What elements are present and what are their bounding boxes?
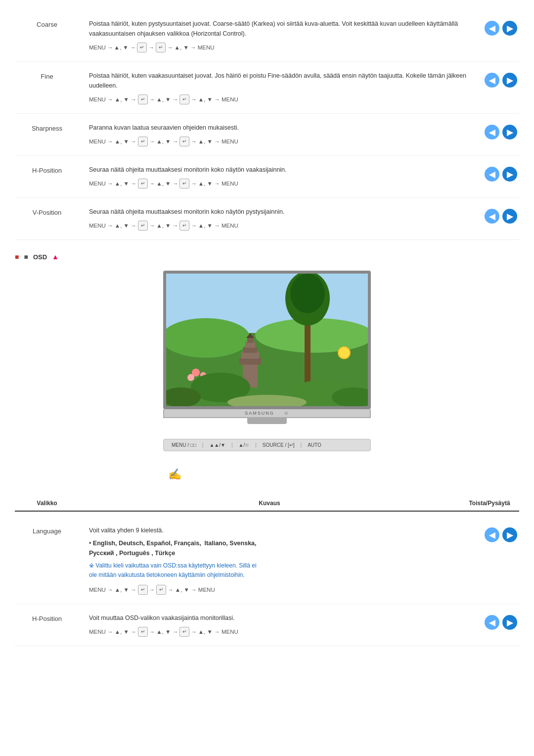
- monitor-stand: [247, 418, 287, 424]
- menu-path-vposition: MENU → ▲, ▼ → ↵ → ▲, ▼ → ↵ → ▲, ▼ → MENU: [89, 221, 475, 231]
- osd-label: OSD: [33, 253, 47, 261]
- next-btn-vposition[interactable]: ▶: [502, 209, 517, 224]
- prev-btn-fine[interactable]: ◀: [485, 73, 499, 88]
- desc-vposition: Seuraa näitä ohjeita muuttaaksesi monito…: [89, 207, 475, 217]
- setting-row-hposition: H-Position Seuraa näitä ohjeita muuttaak…: [15, 156, 519, 198]
- controls-coarse: ◀ ▶: [485, 19, 519, 36]
- next-btn-fine[interactable]: ▶: [502, 73, 517, 88]
- auto-control: AUTO: [308, 442, 321, 448]
- label-sharpness: Sharpness: [15, 123, 79, 132]
- control-bar-wrapper: MENU / □□ | ▲▲/▼ | ▲/☆ | SOURCE / [↵] | …: [15, 439, 519, 481]
- svg-rect-12: [247, 338, 253, 343]
- setting-row-coarse: Coarse Poistaa häiriöt, kuten pystysuunt…: [15, 10, 519, 62]
- osd-up-arrow[interactable]: ▲: [52, 253, 59, 261]
- bottom-section: Valikko Kuvaus Toista/Pysäytä Language V…: [15, 496, 519, 646]
- top-settings-section: Coarse Poistaa häiriöt, kuten pystysuunt…: [15, 10, 519, 240]
- controls-vposition: ◀ ▶: [485, 207, 519, 224]
- menu-path-hposition: MENU → ▲, ▼ → ↵ → ▲, ▼ → ↵ → ▲, ▼ → MENU: [89, 179, 475, 189]
- next-btn-coarse[interactable]: ▶: [502, 21, 517, 36]
- label-fine: Fine: [15, 71, 79, 80]
- osd-navigation: ■ ■ OSD ▲: [15, 245, 519, 271]
- header-center: Kuvaus: [79, 500, 460, 507]
- source-control: SOURCE / [↵]: [263, 442, 295, 448]
- hand-pointer-icon: ✍: [168, 468, 181, 481]
- content-fine: Poistaa häiriöt, kuten vaakasuuntaiset j…: [79, 71, 485, 104]
- controls-language: ◀ ▶: [485, 525, 519, 542]
- desc-sharpness: Paranna kuvan laatua seuraavien ohjeiden…: [89, 123, 475, 133]
- monitor-section: SAMSUNG ⊙: [15, 271, 519, 424]
- arrows-control: ▲▲/▼: [209, 442, 225, 448]
- content-language: Voit valita yhden 9 kielestä. • English,…: [79, 525, 485, 595]
- content-sharpness: Paranna kuvan laatua seuraavien ohjeiden…: [79, 123, 485, 146]
- prev-btn-sharpness[interactable]: ◀: [485, 125, 499, 140]
- lang-list: • English, Deutsch, Español, Français, I…: [89, 538, 475, 558]
- prev-btn-hposition-osd[interactable]: ◀: [485, 615, 499, 630]
- prev-btn-vposition[interactable]: ◀: [485, 209, 499, 224]
- setting-row-hposition-osd: H-Position Voit muuttaa OSD-valikon vaak…: [15, 604, 519, 646]
- lang-desc-1: Voit valita yhden 9 kielestä.: [89, 525, 475, 535]
- setting-row-fine: Fine Poistaa häiriöt, kuten vaakasuuntai…: [15, 62, 519, 114]
- controls-fine: ◀ ▶: [485, 71, 519, 88]
- desc-fine: Poistaa häiriöt, kuten vaakasuuntaiset j…: [89, 71, 475, 91]
- svg-point-16: [187, 374, 194, 381]
- setting-row-sharpness: Sharpness Paranna kuvan laatua seuraavie…: [15, 114, 519, 156]
- setting-row-vposition: V-Position Seuraa näitä ohjeita muuttaak…: [15, 198, 519, 240]
- monitor-screen: [163, 271, 371, 409]
- nav-menu-icon[interactable]: ■: [24, 253, 28, 261]
- content-hposition: Seuraa näitä ohjeita muuttaaksesi monito…: [79, 165, 485, 189]
- header-left: Valikko: [15, 500, 79, 507]
- monitor-image-svg: [166, 274, 368, 406]
- nav-back-icon[interactable]: ■: [15, 253, 19, 261]
- content-coarse: Poistaa häiriöt, kuten pystysuuntaiset j…: [79, 19, 485, 52]
- setting-row-language: Language Voit valita yhden 9 kielestä. •…: [15, 517, 519, 604]
- label-vposition: V-Position: [15, 207, 79, 216]
- svg-rect-9: [241, 352, 259, 359]
- prev-btn-hposition[interactable]: ◀: [485, 167, 499, 182]
- next-btn-hposition-osd[interactable]: ▶: [502, 615, 517, 630]
- monitor-screen-inner: [166, 274, 368, 406]
- content-hposition-osd: Voit muuttaa OSD-valikon vaakasijaintia …: [79, 613, 485, 637]
- enter-btn2: ↵: [156, 43, 166, 52]
- prev-btn-language[interactable]: ◀: [485, 527, 499, 542]
- brightness-control: ▲/☆: [239, 442, 250, 448]
- svg-point-17: [338, 347, 350, 359]
- section-header: Valikko Kuvaus Toista/Pysäytä: [15, 496, 519, 512]
- controls-hposition: ◀ ▶: [485, 165, 519, 182]
- label-hposition-osd: H-Position: [15, 613, 79, 622]
- menu-path-coarse: MENU → ▲, ▼ → ↵ → ↵ → ▲, ▼ → MENU: [89, 43, 475, 52]
- next-btn-language[interactable]: ▶: [502, 527, 517, 542]
- menu-control: MENU / □□: [172, 442, 196, 448]
- menu-path-language: MENU → ▲, ▼ → ↵ → ↵ → ▲, ▼ → MENU: [89, 585, 475, 595]
- control-bar: MENU / □□ | ▲▲/▼ | ▲/☆ | SOURCE / [↵] | …: [163, 439, 371, 451]
- desc-coarse: Poistaa häiriöt, kuten pystysuuntaiset j…: [89, 19, 475, 39]
- next-btn-sharpness[interactable]: ▶: [502, 125, 517, 140]
- menu-path-fine: MENU → ▲, ▼ → ↵ → ▲, ▼ → ↵ → ▲, ▼ → MENU: [89, 94, 475, 104]
- controls-sharpness: ◀ ▶: [485, 123, 519, 140]
- content-vposition: Seuraa näitä ohjeita muuttaaksesi monito…: [79, 207, 485, 231]
- next-btn-hposition[interactable]: ▶: [502, 167, 517, 182]
- prev-btn-coarse[interactable]: ◀: [485, 21, 499, 36]
- lang-note: ※ Valittu kieli vaikuttaa vain OSD:ssa k…: [89, 561, 475, 580]
- enter-btn: ↵: [137, 43, 147, 52]
- desc-hposition: Seuraa näitä ohjeita muuttaaksesi monito…: [89, 165, 475, 175]
- svg-point-6: [290, 274, 325, 313]
- menu-path-hposition-osd: MENU → ▲, ▼ → ↵ → ▲, ▼ → ↵ → ▲, ▼ → MENU: [89, 627, 475, 637]
- control-bar-area: MENU / □□ | ▲▲/▼ | ▲/☆ | SOURCE / [↵] | …: [163, 439, 371, 481]
- controls-hposition-osd: ◀ ▶: [485, 613, 519, 630]
- label-language: Language: [15, 525, 79, 535]
- monitor-brand: SAMSUNG ⊙: [163, 409, 371, 418]
- hand-icon-wrapper: ✍: [163, 466, 371, 481]
- label-coarse: Coarse: [15, 19, 79, 28]
- label-hposition: H-Position: [15, 165, 79, 174]
- menu-path-sharpness: MENU → ▲, ▼ → ↵ → ▲, ▼ → ↵ → ▲, ▼ → MENU: [89, 137, 475, 146]
- header-right: Toista/Pysäytä: [460, 500, 519, 507]
- svg-rect-8: [239, 358, 261, 365]
- monitor-wrapper: SAMSUNG ⊙: [163, 271, 371, 424]
- desc-hposition-osd: Voit muuttaa OSD-valikon vaakasijaintia …: [89, 613, 475, 623]
